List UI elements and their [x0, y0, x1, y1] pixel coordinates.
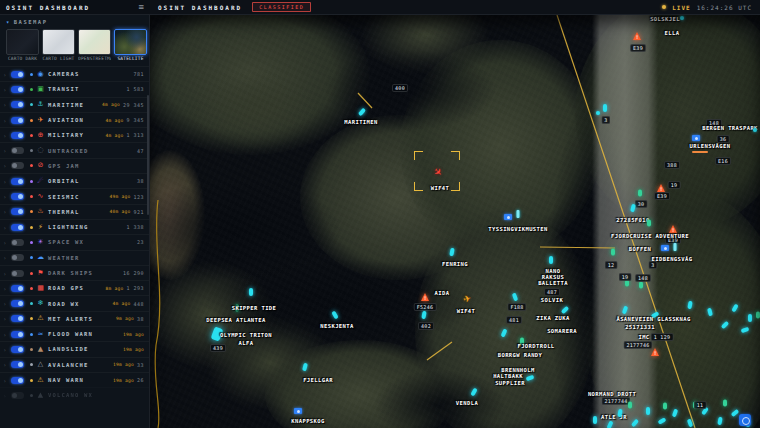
map-badge[interactable]: 36 — [717, 135, 730, 143]
alert-triangle-marker[interactable] — [421, 293, 429, 301]
layer-row-orbital[interactable]: ›☄ORBITAL38 — [0, 173, 149, 188]
ship-marker[interactable] — [748, 314, 752, 322]
map-badge[interactable]: E39 — [630, 44, 646, 52]
map-badge[interactable]: 11 — [694, 401, 707, 409]
map-badge[interactable]: 148 — [635, 274, 651, 282]
basemap-thumbnail[interactable] — [78, 29, 111, 55]
ship-marker[interactable] — [593, 416, 597, 424]
layer-toggle[interactable] — [11, 117, 24, 124]
basemap-thumbnail[interactable] — [42, 29, 75, 55]
layer-row-space-wx[interactable]: ›☀SPACE WX23 — [0, 234, 149, 249]
transit-marker[interactable] — [647, 220, 651, 227]
transit-marker[interactable] — [628, 402, 632, 409]
layer-row-lightning[interactable]: ›⚡LIGHTNING1 338 — [0, 219, 149, 234]
transit-marker[interactable] — [756, 312, 760, 319]
layer-row-landslide[interactable]: ›▲LANDSLIDE19m ago — [0, 341, 149, 356]
map-badge[interactable]: 439 — [210, 344, 226, 352]
layer-row-volcano-wx[interactable]: ›▲VOLCANO WX — [0, 387, 149, 402]
map-badge[interactable]: 2177744 — [601, 397, 630, 405]
layer-toggle[interactable] — [11, 331, 24, 338]
map-badge[interactable]: E39 — [654, 192, 670, 200]
layer-row-flood-warn[interactable]: ›≈FLOOD WARN19m ago — [0, 326, 149, 341]
layer-row-maritime[interactable]: ›⚓MARITIME4m ago29 345 — [0, 97, 149, 112]
map-badge[interactable]: 3 — [648, 261, 657, 269]
layer-toggle[interactable] — [11, 239, 24, 246]
basemap-option-openstreetmap[interactable]: OPENSTREETMAP — [78, 29, 111, 61]
layer-row-road-gps[interactable]: ›▦ROAD GPS8m ago1 293 — [0, 280, 149, 295]
map-badge[interactable]: 400 — [392, 84, 408, 92]
map-badge[interactable]: 388 — [664, 161, 680, 169]
basemap-thumbnail[interactable] — [114, 29, 147, 55]
layer-toggle[interactable] — [11, 101, 24, 108]
layer-toggle[interactable] — [11, 193, 24, 200]
map-badge[interactable]: 30 — [635, 200, 648, 208]
basemap-option-carto-light[interactable]: CARTO LIGHT — [42, 29, 75, 61]
layer-row-weather[interactable]: ›☁WEATHER — [0, 250, 149, 265]
layer-toggle[interactable] — [11, 361, 24, 368]
layer-toggle[interactable] — [11, 224, 24, 231]
hamburger-icon[interactable]: ≡ — [139, 0, 144, 15]
layer-toggle[interactable] — [11, 178, 24, 185]
layer-row-met-alerts[interactable]: ›⚠MET ALERTS9m ago38 — [0, 311, 149, 326]
poi-dot-marker[interactable] — [680, 16, 684, 20]
lighthouse-marker[interactable] — [517, 210, 520, 218]
map-badge[interactable]: 481 — [506, 316, 522, 324]
layer-row-military[interactable]: ›⊕MILITARY4m ago1 313 — [0, 127, 149, 142]
map-canvas[interactable]: MARITIMEN✈WIF4T✈WIF4TFENRINGAIDAF5246402… — [150, 15, 760, 428]
layer-row-nav-warn[interactable]: ›⚠NAV WARN19m ago26 — [0, 372, 149, 387]
alert-triangle-marker[interactable] — [633, 32, 641, 40]
camera-marker[interactable] — [294, 408, 302, 414]
layer-toggle[interactable] — [11, 208, 24, 215]
ship-marker[interactable] — [549, 256, 553, 264]
layer-toggle[interactable] — [11, 132, 24, 139]
poi-dot-marker[interactable] — [596, 111, 600, 115]
layer-toggle[interactable] — [11, 86, 24, 93]
map-badge[interactable]: F5246 — [414, 303, 437, 311]
layer-toggle[interactable] — [11, 147, 24, 154]
layer-row-aviation[interactable]: ›✈AVIATION4m ago9 345 — [0, 112, 149, 127]
layer-toggle[interactable] — [11, 377, 24, 384]
layer-row-avalanche[interactable]: ›△AVALANCHE19m ago33 — [0, 357, 149, 372]
map-badge[interactable]: 487 — [544, 288, 560, 296]
transit-marker[interactable] — [638, 190, 642, 197]
layer-toggle[interactable] — [11, 285, 24, 292]
layer-row-cameras[interactable]: ›◉CAMERAS781 — [0, 66, 149, 81]
map-badge[interactable]: 3 — [601, 116, 610, 124]
layer-toggle[interactable] — [11, 300, 24, 307]
layer-toggle[interactable] — [11, 315, 24, 322]
transit-marker[interactable] — [723, 400, 727, 407]
lighthouse-marker[interactable] — [674, 243, 677, 251]
aircraft-marker[interactable]: ✈ — [462, 293, 472, 305]
poi-dot-marker[interactable] — [753, 128, 757, 132]
map-badge[interactable]: E16 — [715, 157, 731, 165]
transit-marker[interactable] — [639, 282, 643, 289]
layer-toggle[interactable] — [11, 71, 24, 78]
transit-marker[interactable] — [663, 403, 667, 410]
layer-row-gps-jam[interactable]: ›⊘GPS JAM — [0, 158, 149, 173]
camera-marker[interactable] — [692, 135, 700, 141]
layer-row-thermal[interactable]: ›♨THERMAL40m ago921 — [0, 204, 149, 219]
ship-marker[interactable] — [603, 104, 607, 112]
layer-toggle[interactable] — [11, 254, 24, 261]
alert-triangle-marker[interactable] — [651, 348, 659, 356]
layer-toggle[interactable] — [11, 392, 24, 399]
layer-row-transit[interactable]: ›▣TRANSIT1 583 — [0, 81, 149, 96]
map-control-button[interactable] — [739, 414, 751, 426]
map-badge[interactable]: 2177746 — [623, 341, 652, 349]
alert-triangle-marker[interactable] — [669, 225, 677, 233]
map-badge[interactable]: 1 129 — [651, 333, 674, 341]
layer-row-dark-ships[interactable]: ›⚑DARK SHIPS16 290 — [0, 265, 149, 280]
layer-row-untracked[interactable]: ›◌UNTRACKED47 — [0, 142, 149, 157]
ship-marker[interactable] — [646, 407, 650, 415]
basemap-option-carto-dark[interactable]: CARTO DARK — [6, 29, 39, 61]
layer-row-road-wx[interactable]: ›❄ROAD WX4m ago448 — [0, 295, 149, 310]
ship-marker[interactable] — [249, 288, 253, 296]
map-badge[interactable]: 19 — [619, 273, 632, 281]
layer-toggle[interactable] — [11, 346, 24, 353]
map-badge[interactable]: F188 — [507, 303, 526, 311]
layer-toggle[interactable] — [11, 270, 24, 277]
map-badge[interactable]: 19 — [668, 181, 681, 189]
layer-row-seismic[interactable]: ›∿SEISMIC49m ago123 — [0, 188, 149, 203]
basemap-thumbnail[interactable] — [6, 29, 39, 55]
camera-marker[interactable] — [504, 214, 512, 220]
